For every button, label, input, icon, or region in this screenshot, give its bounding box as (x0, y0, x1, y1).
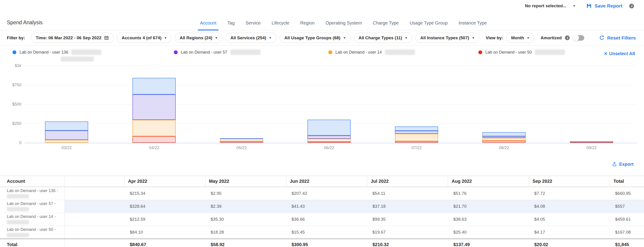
redacted-text (230, 49, 260, 55)
tab-instance-type[interactable]: Instance Type (458, 20, 487, 30)
redacted-text (61, 56, 94, 61)
legend-dot (328, 50, 332, 54)
amortized-toggle[interactable] (573, 35, 584, 41)
total-value-cell: $137.49 (448, 239, 529, 247)
value-cell: $35.30 (205, 213, 286, 226)
title-tabs-row: Spend Analysis AccountTagServiceLifecycl… (0, 12, 644, 30)
bar-segment[interactable] (570, 141, 613, 142)
tab-usage-type-group[interactable]: Usage Type Group (410, 20, 448, 30)
x-axis-tick: 04/22 (149, 146, 159, 150)
filter-pill-time-06-mar-2022-06-sep-2022[interactable]: Time: 06 Mar 2022 - 06 Sep 2022 (31, 33, 114, 43)
tab-region[interactable]: Region (300, 20, 314, 30)
view-by-dropdown[interactable]: Month ▼ (506, 33, 534, 43)
unselect-all-button[interactable]: × Unselect All (604, 51, 635, 56)
value-cell: $4.17 (529, 226, 610, 239)
y-axis-tick: $250 (6, 121, 21, 126)
export-row: Export (0, 153, 644, 176)
value-cell: $215.34 (124, 187, 205, 200)
bar-segment[interactable] (308, 136, 351, 139)
filter-pill-accounts-4-of-674-[interactable]: Accounts 4 (of 674)▼ (117, 33, 172, 43)
page-title: Spend Analysis (7, 19, 42, 30)
filter-pill-all-usage-type-groups-68-[interactable]: All Usage Type Groups (68)▼ (280, 33, 351, 43)
bar-segment[interactable] (220, 139, 263, 141)
filter-pill-all-instance-types-507-[interactable]: All Instance Types (507)▼ (416, 33, 479, 43)
legend-item[interactable]: Lab on Demand - user 136 (12, 49, 174, 62)
save-report-button[interactable]: Save Report (586, 3, 622, 9)
reset-filters-button[interactable]: Reset Filters (599, 35, 636, 41)
spacer-cell (64, 187, 124, 200)
tab-lifecycle[interactable]: Lifecycle (272, 20, 289, 30)
bar-segment[interactable] (220, 141, 263, 143)
bar-segment[interactable] (482, 136, 526, 138)
export-label: Export (619, 162, 634, 167)
bar-segment[interactable] (308, 120, 351, 136)
tab-account[interactable]: Account (200, 20, 216, 30)
tab-service[interactable]: Service (246, 20, 261, 30)
filter-pills: Time: 06 Mar 2022 - 06 Sep 2022Accounts … (31, 33, 479, 43)
redacted-text (7, 194, 29, 198)
x-axis-tick: 08/22 (499, 146, 509, 150)
y-axis-tick: $1k (6, 63, 21, 68)
bar-segment[interactable] (308, 142, 351, 143)
info-icon[interactable]: i (629, 4, 634, 8)
bar-segment[interactable] (395, 126, 438, 131)
table-total-row: Total$840.67$58.92$300.95$210.32$137.49$… (0, 239, 644, 247)
legend-item[interactable]: Lab on Demand - user 57 (174, 49, 328, 62)
caret-down-icon: ▼ (164, 36, 167, 39)
filter-pill-label: All Services (254) (230, 35, 266, 40)
x-axis-tick: 03/22 (61, 146, 72, 150)
column-header-sep-2022: Sep 2022 (529, 176, 610, 187)
legend-line: Lab on Demand - user 14 (328, 49, 478, 55)
account-cell: Lab on Demand - user 14 - (0, 213, 64, 226)
spend-table: AccountApr 2022May 2022Jun 2022Jul 2022A… (0, 176, 644, 247)
filter-bar: Filter by: Time: 06 Mar 2022 - 06 Sep 20… (0, 30, 644, 45)
legend-item[interactable]: Lab on Demand - user 14 (328, 49, 478, 62)
bar-segment[interactable] (45, 140, 88, 143)
filter-pill-all-services-254-[interactable]: All Services (254)▼ (226, 33, 276, 43)
bar-segment[interactable] (132, 136, 176, 143)
chart-legend: Lab on Demand - user 136Lab on Demand - … (0, 45, 644, 63)
bar-segment[interactable] (45, 121, 88, 130)
column-spacer (64, 176, 124, 187)
tab-tag[interactable]: Tag (227, 20, 234, 30)
tab-operating-system[interactable]: Operating System (326, 20, 362, 30)
info-icon[interactable]: i (565, 35, 570, 40)
save-icon (586, 3, 592, 9)
caret-down-icon: ▼ (527, 36, 530, 39)
bar-segment[interactable] (395, 134, 438, 141)
bar-segment[interactable] (132, 120, 176, 136)
export-button[interactable]: Export (612, 162, 634, 167)
bar-segment[interactable] (482, 141, 526, 143)
total-value-cell: $210.32 (367, 239, 448, 247)
value-cell: $4.05 (529, 213, 610, 226)
chart-gridline (24, 104, 637, 104)
filter-by-label: Filter by: (7, 35, 25, 40)
bar-segment[interactable] (220, 138, 263, 139)
bar-segment[interactable] (45, 131, 88, 140)
y-axis-tick: $500 (6, 102, 21, 107)
filter-pill-all-charge-types-11-[interactable]: All Charge Types (11)▼ (354, 33, 412, 43)
table-row: Lab on Demand - user 50 -$84.10$18.28$15… (0, 226, 644, 239)
tab-charge-type[interactable]: Charge Type (373, 20, 399, 30)
bar-segment[interactable] (570, 142, 613, 142)
total-value-cell: $1,845 (610, 239, 644, 247)
report-selector[interactable]: No report selected... ▼ (525, 3, 576, 8)
column-header-total: Total (610, 176, 644, 187)
bar-segment[interactable] (482, 132, 526, 136)
x-axis-tick: 06/22 (324, 146, 334, 150)
bar-segment[interactable] (395, 141, 438, 143)
bar-segment[interactable] (132, 94, 176, 120)
total-label-cell: Total (0, 239, 64, 247)
bar-segment[interactable] (308, 139, 351, 141)
filter-pill-label: Accounts 4 (of 674) (122, 35, 161, 40)
chart-gridline (24, 85, 637, 85)
x-axis-tick: 05/22 (236, 146, 246, 150)
bar-segment[interactable] (395, 131, 438, 134)
legend-label: Lab on Demand - user 50 (486, 50, 532, 55)
value-cell: $4.08 (529, 200, 610, 213)
reset-filters-label: Reset Filters (607, 35, 636, 41)
legend-line: Lab on Demand - user 57 (174, 49, 328, 55)
filter-pill-all-regions-24-[interactable]: All Regions (24)▼ (175, 33, 222, 43)
bar-segment[interactable] (132, 78, 176, 94)
bar-segment[interactable] (482, 138, 526, 141)
